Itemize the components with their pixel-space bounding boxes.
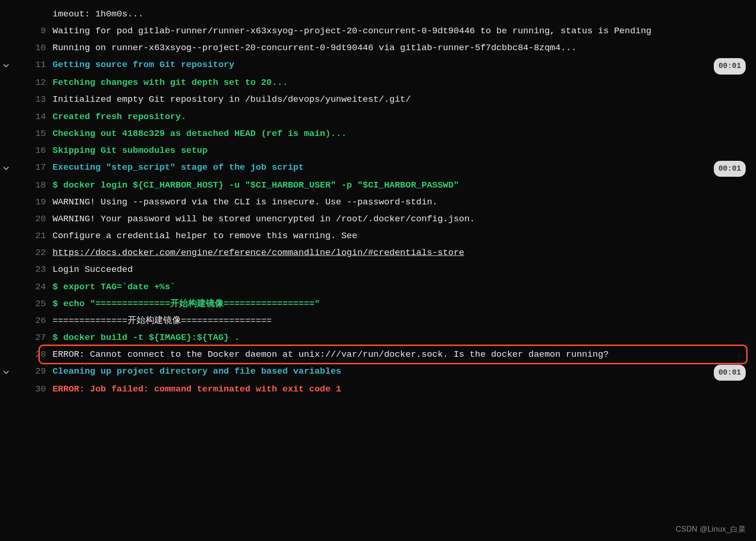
log-line: 15Checking out 4188c329 as detached HEAD… <box>0 125 756 142</box>
log-line: 18$ docker login ${CI_HARBOR_HOST} -u "$… <box>0 177 756 194</box>
line-number[interactable]: 14 <box>12 108 53 125</box>
line-number[interactable]: 12 <box>12 74 53 91</box>
log-text: $ docker build -t ${IMAGE}:${TAG} . <box>53 329 756 346</box>
log-text: $ echo "==============开始构建镜像============… <box>53 295 756 312</box>
log-text: Waiting for pod gitlab-runner/runner-x63… <box>53 23 756 39</box>
collapse-caret-icon[interactable] <box>0 56 12 74</box>
log-text: https://docs.docker.com/engine/reference… <box>53 244 756 261</box>
caret-spacer <box>0 346 12 347</box>
log-text: imeout: 1h0m0s... <box>53 6 756 23</box>
log-text: Checking out 4188c329 as detached HEAD (… <box>53 125 756 142</box>
caret-spacer <box>0 6 12 7</box>
log-line: 21Configure a credential helper to remov… <box>0 227 756 244</box>
caret-spacer <box>0 312 12 313</box>
log-text: Running on runner-x63xsyog--project-20-c… <box>53 39 756 56</box>
log-line: 24$ export TAG=`date +%s` <box>0 278 756 295</box>
line-number[interactable]: 10 <box>12 39 53 56</box>
line-number[interactable]: 26 <box>12 312 53 329</box>
line-number[interactable]: 11 <box>12 56 53 73</box>
caret-spacer <box>0 74 12 75</box>
line-number[interactable]: 25 <box>12 295 53 312</box>
line-number[interactable]: 30 <box>12 381 53 398</box>
line-number[interactable]: 9 <box>12 23 53 39</box>
log-line: 19WARNING! Using --password via the CLI … <box>0 194 756 210</box>
log-text: Configure a credential helper to remove … <box>53 227 756 244</box>
log-line: 30ERROR: Job failed: command terminated … <box>0 381 756 398</box>
caret-spacer <box>0 278 12 279</box>
log-text: Created fresh repository. <box>53 108 756 125</box>
line-number[interactable]: 19 <box>12 194 53 210</box>
line-number[interactable]: 21 <box>12 227 53 244</box>
log-text: ERROR: Cannot connect to the Docker daem… <box>53 346 756 363</box>
caret-spacer <box>0 210 12 211</box>
log-text: WARNING! Your password will be stored un… <box>53 210 756 227</box>
caret-spacer <box>0 329 12 330</box>
caret-spacer <box>0 261 12 262</box>
log-line: 10Running on runner-x63xsyog--project-20… <box>0 39 756 56</box>
duration-badge: 00:01 <box>714 58 746 74</box>
caret-spacer <box>0 295 12 296</box>
log-text: Getting source from Git repository <box>53 56 756 73</box>
log-line: 29Cleaning up project directory and file… <box>0 363 756 381</box>
log-line: 17Executing "step_script" stage of the j… <box>0 159 756 177</box>
caret-spacer <box>0 23 12 23</box>
caret-spacer <box>0 194 12 195</box>
caret-spacer <box>0 39 12 40</box>
log-text: $ export TAG=`date +%s` <box>53 278 756 295</box>
caret-spacer <box>0 125 12 126</box>
log-line: 14Created fresh repository. <box>0 108 756 125</box>
log-line: 28ERROR: Cannot connect to the Docker da… <box>0 346 756 363</box>
log-text: Cleaning up project directory and file b… <box>53 363 756 380</box>
log-text: WARNING! Using --password via the CLI is… <box>53 194 756 210</box>
caret-spacer <box>0 244 12 245</box>
log-text: ERROR: Job failed: command terminated wi… <box>53 381 756 398</box>
log-line: imeout: 1h0m0s... <box>0 6 756 23</box>
duration-badge: 00:01 <box>714 365 746 381</box>
log-line: 11Getting source from Git repository00:0… <box>0 56 756 74</box>
log-line: 22https://docs.docker.com/engine/referen… <box>0 244 756 261</box>
collapse-caret-icon[interactable] <box>0 159 12 177</box>
caret-spacer <box>0 381 12 382</box>
line-number[interactable]: 22 <box>12 244 53 261</box>
caret-spacer <box>0 142 12 143</box>
caret-spacer <box>0 91 12 92</box>
log-text: Fetching changes with git depth set to 2… <box>53 74 756 91</box>
line-number[interactable]: 28 <box>12 346 53 363</box>
log-line: 12Fetching changes with git depth set to… <box>0 74 756 91</box>
line-number[interactable]: 15 <box>12 125 53 142</box>
caret-spacer <box>0 108 12 109</box>
log-text: ==============开始构建镜像================= <box>53 312 756 329</box>
line-number[interactable]: 16 <box>12 142 53 159</box>
log-line: 20WARNING! Your password will be stored … <box>0 210 756 227</box>
line-number[interactable]: 20 <box>12 210 53 227</box>
collapse-caret-icon[interactable] <box>0 363 12 381</box>
log-text: Skipping Git submodules setup <box>53 142 756 159</box>
log-line: 13Initialized empty Git repository in /b… <box>0 91 756 108</box>
line-number[interactable]: 13 <box>12 91 53 108</box>
duration-badge: 00:01 <box>714 161 746 177</box>
log-text: Initialized empty Git repository in /bui… <box>53 91 756 108</box>
log-text: Executing "step_script" stage of the job… <box>53 159 756 176</box>
line-number[interactable]: 27 <box>12 329 53 346</box>
log-line: 27$ docker build -t ${IMAGE}:${TAG} . <box>0 329 756 346</box>
log-line: 25$ echo "==============开始构建镜像==========… <box>0 295 756 312</box>
csdn-watermark: CSDN @Linux_白菜 <box>676 525 746 534</box>
line-number[interactable]: 17 <box>12 159 53 176</box>
log-text: $ docker login ${CI_HARBOR_HOST} -u "$CI… <box>53 177 756 194</box>
line-number[interactable]: 18 <box>12 177 53 194</box>
line-number[interactable]: 29 <box>12 363 53 380</box>
caret-spacer <box>0 227 12 228</box>
line-number[interactable]: 24 <box>12 278 53 295</box>
log-line: 9Waiting for pod gitlab-runner/runner-x6… <box>0 23 756 39</box>
log-line: 23Login Succeeded <box>0 261 756 278</box>
line-number[interactable]: 23 <box>12 261 53 278</box>
log-text: Login Succeeded <box>53 261 756 278</box>
job-log-terminal[interactable]: imeout: 1h0m0s...9Waiting for pod gitlab… <box>0 0 756 403</box>
log-line: 26==============开始构建镜像================= <box>0 312 756 329</box>
log-line: 16Skipping Git submodules setup <box>0 142 756 159</box>
caret-spacer <box>0 177 12 178</box>
